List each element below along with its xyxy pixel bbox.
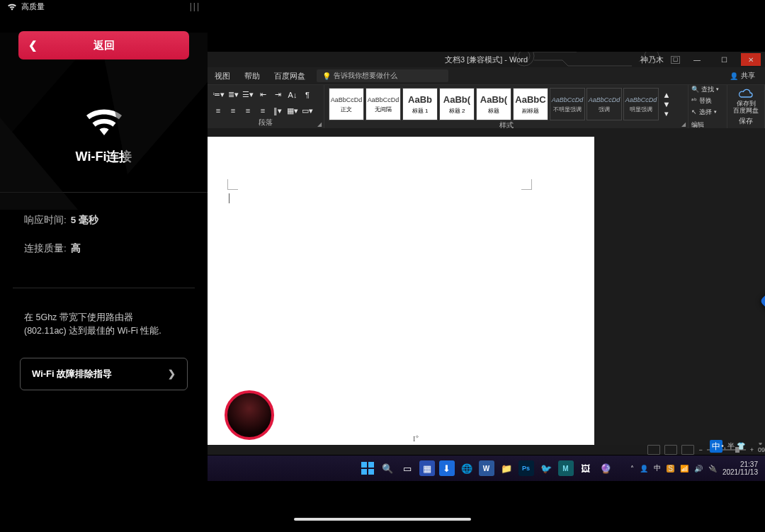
clock-date: 2021/11/13 [722,468,758,476]
start-button[interactable] [360,460,375,476]
sort-button[interactable]: A↓ [286,89,299,101]
tray-volume-icon[interactable]: 🔊 [694,465,703,472]
margin-mark [521,179,532,190]
style-item[interactable]: AaBb(标题 2 [439,88,475,120]
divider [0,192,208,193]
align-left-button[interactable]: ≡ [212,105,225,116]
wifi-hero: Wi-Fi连接 [0,106,208,165]
web-layout-button[interactable] [681,445,694,455]
search-button[interactable]: 🔍 [380,460,395,476]
replace-button[interactable]: ᵃᵇ替换 [691,96,724,106]
app-icon[interactable]: ▦ [419,460,435,476]
borders-button[interactable]: ▭▾ [301,105,314,116]
troubleshoot-button[interactable]: Wi-Fi 故障排除指导 ❯ [20,358,188,390]
user-menu-icon[interactable]: ☐ [671,56,680,64]
style-item[interactable]: AaBb标题 1 [402,88,438,120]
back-button[interactable]: ❮ 返回 [18,31,189,60]
maya-icon[interactable]: M [558,460,574,476]
style-item[interactable]: AaBbCcDd不明显强调 [550,88,585,120]
tray-ime-icon[interactable]: 中 [654,463,661,473]
indent-button[interactable]: ⇥ [271,89,284,101]
style-item[interactable]: AaBbCcDd正文 [329,88,364,120]
zoom-in-button[interactable]: + [750,446,754,453]
styles-more[interactable]: ▾ [660,109,673,118]
wifi-stats: 响应时间: 5 毫秒 连接质量: 高 [0,214,208,255]
maximize-button[interactable]: ☐ [714,53,734,66]
tab-baidupan[interactable]: 百度网盘 [267,67,312,84]
style-item[interactable]: AaBb(标题 [476,88,511,120]
svg-rect-8 [361,469,367,475]
share-button[interactable]: 👤 共享 [720,71,765,81]
photos-icon[interactable]: 🖼 [578,460,594,476]
group-editing: 🔍查找▾ ᵃᵇ替换 ↖选择▾ 编辑 [688,85,727,129]
shading-button[interactable]: ▦▾ [286,105,299,116]
style-gallery[interactable]: AaBbCcDd正文AaBbCcDd无间隔AaBb标题 1AaBb(标题 2Aa… [329,88,659,120]
style-item[interactable]: AaBbCcDd无间隔 [366,88,401,120]
numbering-button[interactable]: ≣▾ [227,89,239,101]
photoshop-icon[interactable]: Ps [518,460,534,476]
minimize-button[interactable]: — [687,53,707,66]
bullets-button[interactable]: ≔▾ [212,89,225,101]
tray-icon[interactable]: S [667,465,674,472]
system-tray: ˄ 👤 中 S 📶 🔊 🔌 21:37 2021/11/13 [630,460,765,476]
response-time-row: 响应时间: 5 毫秒 [24,214,183,227]
style-item[interactable]: AaBbC副标题 [513,88,548,120]
close-button[interactable]: ✕ [741,53,761,66]
justify-button[interactable]: ≡ [256,105,269,116]
divider [13,288,195,288]
align-center-button[interactable]: ≡ [227,105,239,116]
styles-scroll-down[interactable]: ▼ [660,100,673,108]
read-mode-button[interactable] [647,445,660,455]
username-label: 神乃木 [640,55,664,65]
tray-overflow-icon[interactable]: ˄ [630,465,634,472]
zoom-value[interactable]: 09% [758,446,765,453]
troubleshoot-label: Wi-Fi 故障排除指导 [32,368,112,380]
replace-icon: ᵃᵇ [691,97,697,104]
taskbar-clock[interactable]: 21:37 2021/11/13 [722,460,758,476]
explorer-icon[interactable]: 📁 [499,460,514,476]
select-button[interactable]: ↖选择▾ [691,108,724,117]
show-marks-button[interactable]: ¶ [301,89,314,101]
cursor-icon: ↖ [691,108,697,115]
tell-me-search[interactable]: 💡 告诉我你想要做什么 [317,69,448,82]
tray-icon[interactable]: 👤 [640,465,648,472]
lightbulb-icon: 💡 [322,72,331,80]
tray-battery-icon[interactable]: 🔌 [708,465,717,472]
print-layout-button[interactable] [664,445,677,455]
line-spacing-button[interactable]: ‖▾ [271,105,284,116]
style-item[interactable]: AaBbCcDd强调 [586,88,622,120]
multilevel-button[interactable]: ☰▾ [242,89,254,101]
style-item[interactable]: AaBbCcDd明显强调 [623,88,659,120]
dialog-launcher-icon[interactable]: ◢ [681,121,686,128]
styles-scroll-up[interactable]: ▲ [660,91,673,99]
app-icon[interactable]: ⬇ [439,460,455,476]
save-to-baidupan-button[interactable]: 保存到百度网盘 保存 [727,85,765,129]
outdent-button[interactable]: ⇤ [256,89,269,101]
search-icon: 🔍 [691,86,699,93]
back-button-label: 返回 [94,39,115,52]
find-button[interactable]: 🔍查找▾ [691,85,724,94]
streaming-record-indicator[interactable] [225,390,274,440]
edge-icon[interactable]: 🌐 [459,460,475,476]
document-viewport[interactable]: I✧ ▾ [208,128,765,452]
tray-wifi-icon[interactable]: 📶 [680,465,688,472]
word-icon[interactable]: W [479,460,494,476]
tab-help[interactable]: 帮助 [237,67,267,84]
zoom-out-button[interactable]: − [698,446,702,453]
taskview-button[interactable]: ▭ [400,460,415,476]
group-paragraph-label: 段落 [212,118,319,126]
word-status-bar: − + 09% [208,445,765,455]
connection-quality-value: 高 [71,242,81,255]
document-page[interactable]: I✧ [208,137,594,447]
response-time-label: 响应时间: [24,214,67,227]
wifi-settings-panel: 高质量 ||| ❮ 返回 Wi-Fi连接 响应时间: 5 毫秒 连接质量: 高 … [0,0,208,532]
response-time-value: 5 毫秒 [71,214,98,227]
align-right-button[interactable]: ≡ [242,105,254,116]
tab-view[interactable]: 视图 [208,67,237,84]
menu-icon[interactable]: ||| [190,1,200,11]
tell-me-placeholder: 告诉我你想要做什么 [334,71,397,81]
app-icon[interactable]: 🔮 [598,460,613,476]
dialog-launcher-icon[interactable]: ◢ [317,121,322,128]
app-icon[interactable]: 🐦 [538,460,554,476]
thunder-badge[interactable] [759,282,765,320]
